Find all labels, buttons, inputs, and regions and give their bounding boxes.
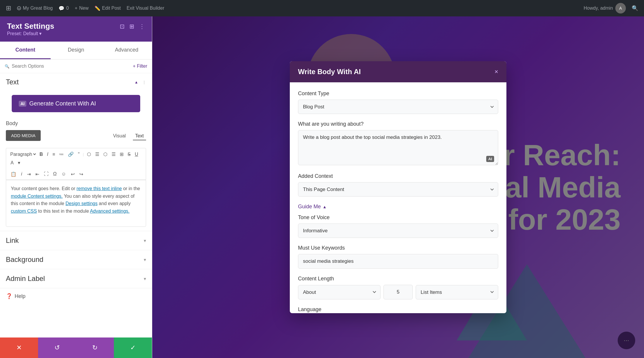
fullscreen-icon[interactable]: ⊡ bbox=[120, 23, 125, 30]
guide-me-arrow-icon: ▲ bbox=[323, 204, 327, 209]
modal-title: Write Body With AI bbox=[298, 68, 361, 76]
columns-icon[interactable]: ⊞ bbox=[129, 23, 134, 30]
custom-css-link[interactable]: custom CSS bbox=[11, 209, 37, 214]
keywords-input[interactable] bbox=[298, 254, 498, 269]
link-section-header[interactable]: Link ▾ bbox=[0, 231, 152, 250]
remove-link[interactable]: remove this text inline bbox=[76, 186, 122, 191]
added-context-label: Added Context bbox=[298, 173, 498, 179]
text-color-icon[interactable]: A bbox=[9, 159, 15, 166]
quote-icon[interactable]: " bbox=[76, 151, 81, 158]
redo-icon[interactable]: ↪ bbox=[78, 171, 85, 178]
tab-advanced[interactable]: Advanced bbox=[101, 42, 152, 59]
link-icon[interactable]: 🔗 bbox=[66, 151, 75, 158]
search-filter-bar: 🔍 + Filter bbox=[0, 59, 152, 73]
write-body-modal: Write Body With AI × Content Type Blog P… bbox=[290, 61, 506, 313]
search-input[interactable] bbox=[12, 64, 131, 69]
content-length-label: Content Length bbox=[298, 276, 498, 282]
content-type-group: Content Type Blog Post bbox=[298, 91, 498, 114]
new-button[interactable]: + New bbox=[75, 6, 88, 11]
module-content-link[interactable]: module Content settings. bbox=[11, 194, 63, 199]
help-button[interactable]: ❓ Help bbox=[0, 288, 152, 304]
link-section: Link ▾ bbox=[0, 231, 152, 250]
italic-icon[interactable]: I bbox=[46, 151, 50, 158]
outdent-icon[interactable]: ⇤ bbox=[34, 171, 41, 178]
advanced-link[interactable]: Advanced settings. bbox=[90, 209, 129, 214]
add-media-button[interactable]: ADD MEDIA bbox=[6, 130, 41, 141]
editor-area[interactable]: Your content goes here. Edit or remove t… bbox=[6, 180, 146, 227]
content-length-items-select[interactable]: List Items bbox=[416, 285, 498, 299]
strikethrough-icon[interactable]: S̶ bbox=[126, 151, 132, 158]
more-icon[interactable]: ⋮ bbox=[139, 23, 145, 30]
filter-button[interactable]: + Filter bbox=[133, 64, 147, 69]
writing-about-textarea[interactable] bbox=[298, 130, 498, 165]
undo-button[interactable]: ↺ bbox=[38, 337, 76, 358]
keywords-label: Must Use Keywords bbox=[298, 245, 498, 251]
modal-close-button[interactable]: × bbox=[494, 68, 498, 76]
link-title: Link bbox=[6, 236, 19, 245]
editor-tabs: Visual Text bbox=[111, 132, 146, 140]
more-toolbar-icon[interactable]: ▾ bbox=[16, 159, 22, 166]
sidebar-title: Text Settings bbox=[7, 22, 54, 31]
paste-icon[interactable]: 📋 bbox=[9, 171, 18, 178]
chevron-up-icon: ▲ bbox=[134, 80, 138, 84]
language-label: Language bbox=[298, 306, 498, 313]
text-section-header[interactable]: Text ▲ ⋮ bbox=[0, 73, 152, 91]
background-title: Background bbox=[6, 255, 43, 264]
tab-content[interactable]: Content bbox=[0, 42, 51, 59]
site-name[interactable]: W My Great Blog bbox=[17, 6, 53, 11]
tab-text[interactable]: Text bbox=[133, 132, 146, 140]
unordered-list-icon[interactable]: ≡ bbox=[51, 151, 56, 158]
redo-button[interactable]: ↻ bbox=[76, 337, 114, 358]
chevron-down-admin-icon: ▾ bbox=[144, 276, 146, 282]
sidebar-header: Text Settings Preset: Default ▾ ⊡ ⊞ ⋮ bbox=[0, 16, 152, 42]
chevron-down-bg-icon: ▾ bbox=[144, 257, 146, 262]
align-left-icon[interactable]: ⬡ bbox=[85, 151, 93, 158]
undo-icon[interactable]: ↩ bbox=[69, 171, 76, 178]
wp-logo-icon[interactable]: ⊞ bbox=[6, 4, 11, 12]
tab-visual[interactable]: Visual bbox=[111, 132, 128, 140]
editor-toolbar: Paragraph B I ≡ ≔ 🔗 " | ⬡ ☰ ⬡ ☰ ⊞ S̶ U A… bbox=[6, 148, 146, 169]
tone-of-voice-group: Tone of Voice Informative bbox=[298, 214, 498, 238]
added-context-select[interactable]: This Page Content bbox=[298, 182, 498, 197]
design-link[interactable]: Design settings bbox=[66, 201, 97, 206]
comments-link[interactable]: 💬 0 bbox=[59, 6, 69, 11]
admin-label-header[interactable]: Admin Label ▾ bbox=[0, 269, 152, 288]
bold-icon[interactable]: B bbox=[38, 151, 44, 158]
background-section: Background ▾ bbox=[0, 250, 152, 269]
cancel-button[interactable]: ✕ bbox=[0, 337, 38, 358]
content-area: ur Reach: al Media ies for 2023 ··· Writ… bbox=[152, 16, 644, 358]
omega-icon[interactable]: Ω bbox=[52, 171, 58, 178]
align-right-icon[interactable]: ⬡ bbox=[102, 151, 109, 158]
emoji-icon[interactable]: ☺ bbox=[60, 171, 68, 178]
indent-icon[interactable]: ⇥ bbox=[25, 171, 32, 178]
section-title-text: Text bbox=[6, 78, 19, 86]
tone-of-voice-select[interactable]: Informative bbox=[298, 224, 498, 238]
table-icon[interactable]: ⊞ bbox=[118, 151, 125, 158]
content-type-select[interactable]: Blog Post bbox=[298, 100, 498, 114]
modal-overlay[interactable]: Write Body With AI × Content Type Blog P… bbox=[152, 16, 644, 358]
help-icon: ❓ bbox=[6, 293, 12, 299]
more-options-icon[interactable]: ⋮ bbox=[142, 80, 146, 84]
align-justify-icon[interactable]: ☰ bbox=[110, 151, 117, 158]
generate-content-ai-button[interactable]: AI Generate Content With AI bbox=[12, 95, 140, 112]
search-icon[interactable]: 🔍 bbox=[632, 5, 638, 11]
admin-label-title: Admin Label bbox=[6, 275, 45, 283]
guide-me-link[interactable]: Guide Me ▲ bbox=[298, 204, 498, 210]
tab-design[interactable]: Design bbox=[51, 42, 101, 59]
writing-about-label: What are you writing about? bbox=[298, 121, 498, 127]
save-button[interactable]: ✓ bbox=[114, 337, 152, 358]
background-section-header[interactable]: Background ▾ bbox=[0, 250, 152, 269]
exit-visual-builder[interactable]: Exit Visual Builder bbox=[127, 6, 165, 11]
fullscreen2-icon[interactable]: ⛶ bbox=[42, 171, 50, 178]
writing-about-group: What are you writing about? AI bbox=[298, 121, 498, 166]
align-center-icon[interactable]: ☰ bbox=[94, 151, 101, 158]
italic2-icon[interactable]: i bbox=[20, 171, 24, 178]
content-length-about-select[interactable]: About bbox=[298, 285, 381, 299]
edit-post-link[interactable]: ✏️ Edit Post bbox=[95, 6, 121, 11]
paragraph-select[interactable]: Paragraph bbox=[9, 151, 37, 157]
content-length-number[interactable] bbox=[383, 285, 413, 299]
sidebar-tabs: Content Design Advanced bbox=[0, 42, 152, 59]
content-type-label: Content Type bbox=[298, 91, 498, 97]
underline-icon[interactable]: U bbox=[133, 151, 140, 158]
ordered-list-icon[interactable]: ≔ bbox=[58, 151, 65, 158]
